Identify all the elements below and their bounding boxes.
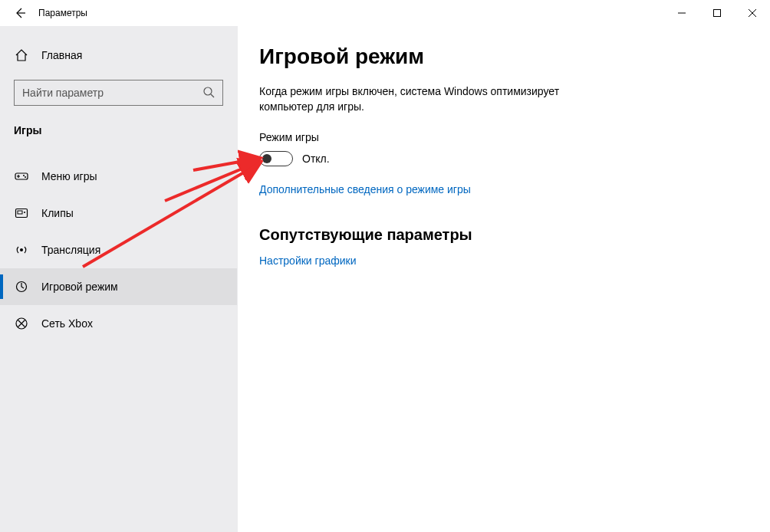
titlebar: Параметры	[0, 0, 770, 26]
toggle-label: Режим игры	[259, 131, 739, 143]
sidebar-item-label: Игровой режим	[41, 281, 118, 293]
svg-rect-6	[18, 211, 22, 214]
svg-point-4	[25, 176, 26, 178]
learn-more-link[interactable]: Дополнительные сведения о режиме игры	[259, 183, 471, 195]
window-title: Параметры	[38, 8, 87, 18]
search-input[interactable]	[22, 87, 202, 99]
sidebar-item-label: Клипы	[41, 207, 74, 219]
graphics-settings-link[interactable]: Настройки графики	[259, 255, 357, 267]
sidebar-item-label: Меню игры	[41, 170, 97, 182]
sidebar-item-xbox[interactable]: Сеть Xbox	[0, 305, 237, 342]
game-mode-icon	[14, 279, 29, 294]
svg-rect-0	[714, 10, 721, 17]
game-mode-toggle[interactable]	[259, 151, 293, 166]
sidebar-home-label: Главная	[41, 49, 82, 61]
minimize-button[interactable]	[664, 0, 699, 26]
svg-point-3	[23, 175, 25, 176]
svg-point-1	[204, 87, 212, 95]
sidebar-item-captures[interactable]: Клипы	[0, 195, 237, 232]
sidebar-item-broadcast[interactable]: Трансляция	[0, 232, 237, 268]
sidebar-home[interactable]: Главная	[0, 40, 237, 71]
game-bar-icon	[14, 169, 29, 184]
maximize-button[interactable]	[699, 0, 735, 26]
page-description: Когда режим игры включен, система Window…	[259, 84, 612, 114]
svg-point-7	[24, 212, 25, 213]
page-title: Игровой режим	[259, 44, 739, 69]
toggle-state: Откл.	[302, 153, 330, 165]
home-icon	[14, 48, 29, 63]
related-heading: Сопутствующие параметры	[259, 226, 739, 244]
svg-point-8	[20, 248, 23, 251]
xbox-icon	[14, 316, 29, 331]
sidebar-item-game-bar[interactable]: Меню игры	[0, 158, 237, 195]
sidebar: Главная Игры Меню игры Клипы	[0, 26, 238, 532]
search-icon	[202, 86, 215, 100]
toggle-knob	[262, 154, 271, 163]
sidebar-category: Игры	[0, 106, 237, 144]
close-button[interactable]	[735, 0, 770, 26]
back-button[interactable]	[6, 0, 34, 26]
sidebar-item-label: Сеть Xbox	[41, 317, 93, 330]
sidebar-item-game-mode[interactable]: Игровой режим	[0, 268, 237, 305]
sidebar-item-label: Трансляция	[41, 244, 100, 256]
broadcast-icon	[14, 242, 29, 258]
search-box[interactable]	[14, 80, 223, 106]
sidebar-nav: Меню игры Клипы Трансляция Игровой режим	[0, 144, 237, 342]
captures-icon	[14, 205, 29, 221]
content: Игровой режим Когда режим игры включен, …	[238, 26, 770, 532]
